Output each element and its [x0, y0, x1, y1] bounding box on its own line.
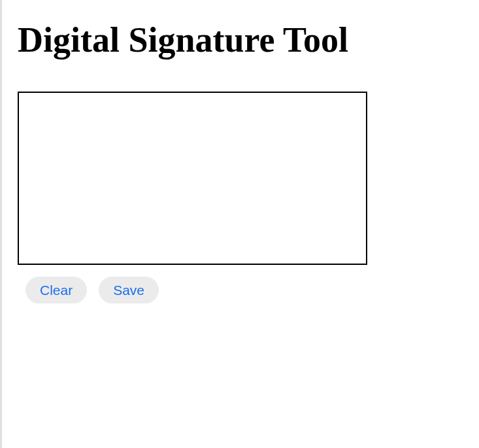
page-title: Digital Signature Tool	[18, 20, 357, 60]
signature-canvas[interactable]	[18, 92, 367, 265]
clear-button[interactable]: Clear	[25, 277, 87, 303]
save-button[interactable]: Save	[99, 277, 159, 303]
button-row: Clear Save	[18, 277, 479, 303]
